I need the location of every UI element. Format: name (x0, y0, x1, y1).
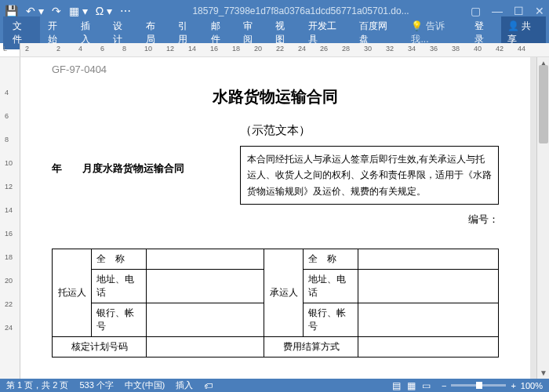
vertical-ruler[interactable]: 4 6 8 10 12 14 16 18 20 22 24 (0, 57, 20, 379)
read-mode-icon[interactable]: ▤ (392, 380, 401, 391)
doc-title: 水路货物运输合同 (52, 86, 499, 107)
doc-notice-box: 本合同经托运人与承运人签章后即行生效,有关承运人与托运人、收货人之间的权利、义务… (240, 146, 499, 205)
status-page[interactable]: 第 1 页，共 2 页 (6, 379, 68, 391)
cell-blank (147, 249, 264, 270)
scroll-down-icon[interactable]: ▼ (540, 368, 547, 377)
cell-blank (147, 337, 264, 358)
window-title: 18579_77398e1d7f8a0376a1dcd56771a05701.d… (131, 5, 471, 16)
cell-blank (358, 303, 499, 337)
cell-fullname-r: 全 称 (304, 249, 358, 270)
cell-carrier: 承运人 (264, 249, 304, 337)
table-row: 核定计划号码 费用结算方式 (53, 337, 499, 358)
doc-left-heading: 年 月度水路货物运输合同 (52, 146, 232, 205)
scrollbar-thumb[interactable] (539, 65, 548, 143)
doc-serial-label: 编号： (52, 212, 499, 227)
vertical-scrollbar[interactable]: ▲ ▼ (536, 57, 549, 379)
contract-table: 托运人 全 称 承运人 全 称 地址、电话 地址、电话 银行、帐号 银行、帐号 (52, 249, 499, 358)
zoom-control: − + 100% (442, 381, 543, 390)
zoom-slider[interactable] (451, 384, 506, 387)
horizontal-ruler[interactable]: 2 2 4 6 8 10 12 14 16 18 20 22 24 26 28 … (20, 43, 549, 56)
status-extra-icon[interactable]: 🏷 (204, 381, 213, 390)
cell-blank (358, 249, 499, 270)
cell-addrtel-l: 地址、电话 (92, 270, 147, 303)
doc-subtitle: （示范文本） (52, 123, 499, 138)
horizontal-ruler-bar: L 2 2 4 6 8 10 12 14 16 18 20 22 24 26 2… (0, 43, 549, 57)
view-buttons: ▤ ▦ ▭ (392, 380, 431, 391)
status-words[interactable]: 533 个字 (79, 379, 113, 391)
cell-shipper: 托运人 (53, 249, 92, 337)
ribbon-tabs: 文件 开始 插入 设计 布局 引用 邮件 审阅 视图 开发工具 百度网盘 💡 告… (0, 22, 549, 43)
cell-addrtel-r: 地址、电话 (304, 270, 358, 303)
cell-settle: 费用结算方式 (264, 337, 358, 358)
ruler-corner[interactable]: L (0, 43, 20, 56)
cell-blank (358, 337, 499, 358)
document-page[interactable]: GF-97-0404 水路货物运输合同 （示范文本） 年 月度水路货物运输合同 … (20, 57, 530, 379)
print-layout-icon[interactable]: ▦ (407, 380, 416, 391)
doc-code: GF-97-0404 (52, 64, 499, 75)
zoom-slider-thumb[interactable] (476, 382, 482, 389)
zoom-level[interactable]: 100% (521, 381, 543, 390)
table-row: 托运人 全 称 承运人 全 称 (53, 249, 499, 270)
status-mode[interactable]: 插入 (176, 379, 193, 391)
cell-bank-r: 银行、帐号 (304, 303, 358, 337)
cell-blank (147, 270, 264, 303)
bulb-icon: 💡 (411, 20, 423, 31)
zoom-in-icon[interactable]: + (511, 381, 515, 390)
cell-fullname-l: 全 称 (92, 249, 147, 270)
cell-plan: 核定计划号码 (53, 337, 147, 358)
web-layout-icon[interactable]: ▭ (422, 380, 431, 391)
workspace: 4 6 8 10 12 14 16 18 20 22 24 GF-97-0404… (0, 57, 549, 379)
cell-bank-l: 银行、帐号 (92, 303, 147, 337)
share-icon: 👤 (507, 20, 519, 31)
status-bar: 第 1 页，共 2 页 533 个字 中文(中国) 插入 🏷 ▤ ▦ ▭ − +… (0, 379, 549, 392)
cell-blank (358, 270, 499, 303)
status-lang[interactable]: 中文(中国) (125, 379, 165, 391)
zoom-out-icon[interactable]: − (442, 381, 446, 390)
cell-blank (147, 303, 264, 337)
